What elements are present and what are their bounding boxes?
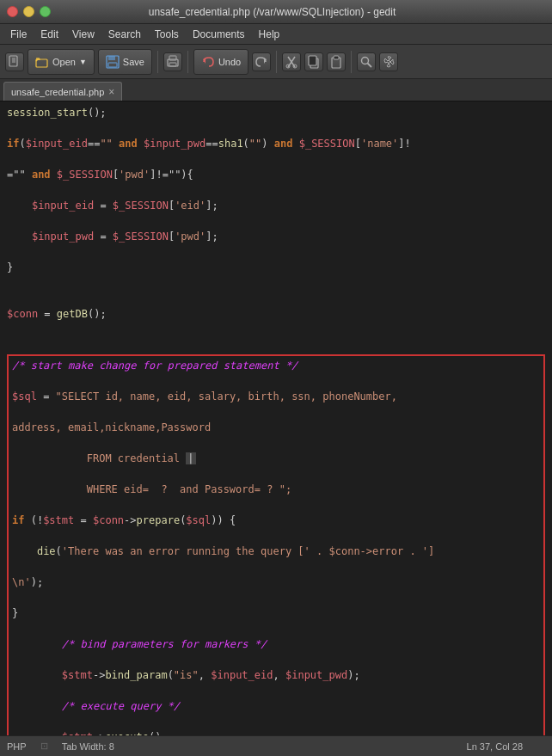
status-tab-width[interactable]: Tab Width: 8 [62, 741, 114, 752]
new-button[interactable] [5, 52, 24, 71]
menu-tools[interactable]: Tools [148, 27, 186, 42]
settings-button[interactable] [379, 52, 398, 71]
status-language[interactable]: PHP [7, 741, 27, 752]
minimize-button[interactable] [23, 6, 34, 17]
search-button[interactable] [357, 52, 376, 71]
toolbar-separator-2 [187, 51, 188, 73]
titlebar: unsafe_credential.php (/var/www/SQLInjec… [0, 0, 552, 24]
undo-button[interactable]: Undo [193, 49, 248, 75]
toolbar: Open ▼ Save Undo [0, 45, 552, 79]
tab-filename: unsafe_credential.php [11, 87, 104, 97]
save-button[interactable]: Save [98, 49, 152, 75]
open-label: Open [52, 57, 76, 67]
print-button[interactable] [163, 52, 182, 71]
svg-rect-7 [108, 56, 115, 60]
svg-line-23 [368, 63, 372, 67]
code-content: session_start(); if($input_eid=="" and $… [7, 105, 545, 735]
menu-search[interactable]: Search [101, 27, 148, 42]
status-position: Ln 37, Col 28 [467, 741, 523, 752]
copy-button[interactable] [304, 52, 323, 71]
svg-rect-19 [309, 56, 316, 65]
svg-rect-8 [108, 63, 117, 67]
svg-rect-5 [36, 58, 40, 60]
open-button[interactable]: Open ▼ [28, 49, 95, 75]
close-button[interactable] [7, 6, 18, 17]
editor-tab[interactable]: unsafe_credential.php × [3, 82, 122, 101]
menubar: File Edit View Search Tools Documents He… [0, 24, 552, 45]
code-editor[interactable]: session_start(); if($input_eid=="" and $… [0, 101, 552, 735]
redo-button[interactable] [252, 52, 271, 71]
tab-close-button[interactable]: × [108, 86, 114, 98]
toolbar-separator-1 [157, 51, 158, 73]
menu-help[interactable]: Help [252, 27, 287, 42]
menu-edit[interactable]: Edit [34, 27, 65, 42]
svg-rect-4 [36, 59, 47, 67]
open-arrow: ▼ [79, 58, 87, 66]
window-title: unsafe_credential.php (/var/www/SQLInjec… [56, 6, 488, 18]
save-label: Save [123, 57, 144, 67]
toolbar-separator-3 [276, 51, 277, 73]
tabbar: unsafe_credential.php × [0, 79, 552, 101]
cut-button[interactable] [282, 52, 301, 71]
menu-file[interactable]: File [3, 27, 34, 42]
paste-button[interactable] [327, 52, 346, 71]
statusbar: PHP ⊡ Tab Width: 8 Ln 37, Col 28 [0, 735, 552, 756]
toolbar-separator-4 [351, 51, 352, 73]
menu-view[interactable]: View [65, 27, 101, 42]
svg-rect-21 [334, 56, 339, 59]
menu-documents[interactable]: Documents [186, 27, 252, 42]
svg-rect-0 [9, 56, 17, 66]
undo-label: Undo [218, 57, 241, 67]
svg-point-22 [362, 57, 369, 64]
maximize-button[interactable] [40, 6, 51, 17]
